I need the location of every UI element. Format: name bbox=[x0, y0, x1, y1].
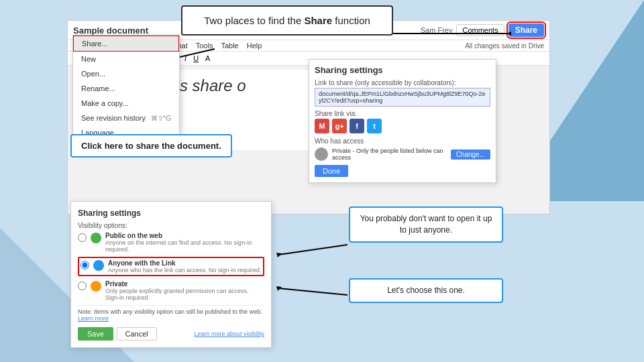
share-fb-icon[interactable]: f bbox=[350, 119, 364, 133]
choose-this-text: Let's choose this one. bbox=[387, 286, 465, 295]
file-menu-new-label: New bbox=[81, 55, 96, 63]
link-icon bbox=[93, 260, 104, 271]
menu-table[interactable]: Table bbox=[221, 42, 238, 50]
share-via-label: Share link via: bbox=[315, 110, 490, 117]
toolbar-italic[interactable]: I bbox=[182, 54, 189, 63]
visibility-section-label: Visibility options: bbox=[78, 222, 264, 229]
learn-more-visibility-link[interactable]: Learn more about visibility bbox=[194, 330, 264, 337]
sharing-dialog-bottom: Sharing settings Visibility options: Pub… bbox=[70, 201, 272, 348]
visibility-public-main: Public on the web bbox=[105, 232, 264, 239]
file-dropdown: Share... New Open... Rename... Make a co… bbox=[72, 35, 180, 141]
sharing-note-text: Note: Items with any visibility option c… bbox=[78, 308, 262, 315]
sharing-cancel-button[interactable]: Cancel bbox=[117, 327, 157, 341]
visibility-public-text: Public on the web Anyone on the internet… bbox=[105, 232, 264, 253]
file-menu-revision-shortcut: ⌘⇧^G bbox=[151, 115, 171, 122]
svg-marker-9 bbox=[276, 286, 282, 291]
docs-save-status: All changes saved in Drive bbox=[465, 42, 544, 50]
visibility-public-radio[interactable] bbox=[78, 233, 87, 242]
click-share-text: Click here to share the document. bbox=[81, 141, 221, 151]
sharing-top-done-button[interactable]: Done bbox=[315, 165, 348, 177]
menu-help[interactable]: Help bbox=[247, 42, 262, 50]
share-gplus-icon[interactable]: g+ bbox=[332, 119, 347, 133]
visibility-link-text: Anyone with the Link Anyone who has the … bbox=[108, 259, 262, 274]
visibility-public-sub: Anyone on the internet can find and acce… bbox=[105, 239, 264, 253]
sharing-top-title: Sharing settings bbox=[315, 65, 490, 75]
who-access-avatar bbox=[315, 147, 328, 161]
sharing-dialog-top: Sharing settings Link to share (only acc… bbox=[309, 59, 496, 183]
visibility-private-text: Private Only people explicitly granted p… bbox=[105, 280, 264, 301]
sharing-link-label: Link to share (only accessible by collab… bbox=[315, 79, 490, 86]
share-twitter-icon[interactable]: t bbox=[367, 119, 382, 133]
file-menu-open[interactable]: Open... bbox=[73, 66, 179, 81]
visibility-link-option[interactable]: Anyone with the Link Anyone who has the … bbox=[78, 257, 264, 276]
visibility-public-option[interactable]: Public on the web Anyone on the internet… bbox=[78, 232, 264, 253]
learn-more-note-link[interactable]: Learn more bbox=[78, 315, 109, 322]
file-menu-copy-label: Make a copy... bbox=[81, 99, 129, 107]
sharing-note: Note: Items with any visibility option c… bbox=[78, 305, 264, 322]
share-button-top[interactable]: Share bbox=[508, 23, 544, 37]
file-menu-share-label: Share... bbox=[82, 40, 108, 48]
svg-marker-7 bbox=[276, 253, 282, 257]
file-menu-revision[interactable]: See revision history ⌘⇧^G bbox=[73, 111, 179, 125]
toolbar-underline[interactable]: U bbox=[191, 54, 201, 63]
visibility-private-main: Private bbox=[105, 280, 264, 288]
who-access-label: Who has access bbox=[315, 137, 490, 145]
visibility-link-radio[interactable] bbox=[80, 261, 89, 269]
access-type-text: Private - Only the people listed below c… bbox=[332, 147, 447, 161]
sharing-link-url: document/d/qa.JEPm1LlGbdnzxHwSjbu3UPMg8l… bbox=[315, 88, 490, 107]
svg-line-6 bbox=[278, 245, 347, 255]
share-gmail-icon[interactable]: M bbox=[315, 119, 329, 133]
share-icons-row: M g+ f t bbox=[315, 119, 490, 133]
dont-want-text: You probably don't want to open it up to… bbox=[360, 214, 492, 235]
file-menu-revision-label: See revision history bbox=[81, 114, 146, 122]
file-menu-new[interactable]: New bbox=[73, 52, 179, 66]
dont-want-callout: You probably don't want to open it up to… bbox=[349, 206, 503, 243]
visibility-private-sub: Only people explicitly granted permissio… bbox=[105, 288, 264, 301]
menu-tools[interactable]: Tools bbox=[196, 42, 213, 50]
docs-header-right: Sam Frey Comments Share bbox=[421, 23, 544, 37]
visibility-private-radio[interactable] bbox=[78, 282, 87, 290]
file-menu-rename[interactable]: Rename... bbox=[73, 81, 179, 96]
sharing-bottom-left-actions: Save Cancel bbox=[78, 327, 157, 341]
docs-user: Sam Frey bbox=[421, 26, 453, 34]
globe-icon bbox=[91, 233, 101, 243]
svg-line-8 bbox=[278, 288, 347, 295]
comments-button[interactable]: Comments bbox=[456, 24, 504, 36]
callout-bold-share: Share bbox=[304, 15, 332, 26]
sharing-bottom-title: Sharing settings bbox=[78, 208, 264, 218]
visibility-link-main: Anyone with the Link bbox=[108, 259, 262, 267]
sharing-bottom-actions: Save Cancel Learn more about visibility bbox=[78, 327, 264, 341]
lock-icon bbox=[91, 281, 101, 292]
change-access-button[interactable]: Change... bbox=[451, 149, 490, 160]
file-menu-share[interactable]: Share... bbox=[73, 36, 179, 52]
sharing-save-button[interactable]: Save bbox=[78, 327, 113, 341]
docs-title: Sample document bbox=[73, 25, 148, 36]
file-menu-open-label: Open... bbox=[81, 70, 105, 78]
choose-this-callout: Let's choose this one. bbox=[349, 278, 503, 303]
file-menu-copy[interactable]: Make a copy... bbox=[73, 96, 179, 111]
who-access-row: Private - Only the people listed below c… bbox=[315, 147, 490, 161]
who-access-info: Private - Only the people listed below c… bbox=[332, 147, 447, 161]
file-menu-rename-label: Rename... bbox=[81, 84, 115, 93]
toolbar-color[interactable]: A bbox=[203, 54, 212, 63]
main-callout-box: Two places to find the Share function bbox=[181, 5, 393, 36]
click-share-callout: Click here to share the document. bbox=[70, 134, 232, 158]
visibility-private-option[interactable]: Private Only people explicitly granted p… bbox=[78, 280, 264, 301]
visibility-link-sub: Anyone who has the link can access. No s… bbox=[108, 267, 262, 274]
callout-title: Two places to find the Share function bbox=[196, 13, 378, 27]
